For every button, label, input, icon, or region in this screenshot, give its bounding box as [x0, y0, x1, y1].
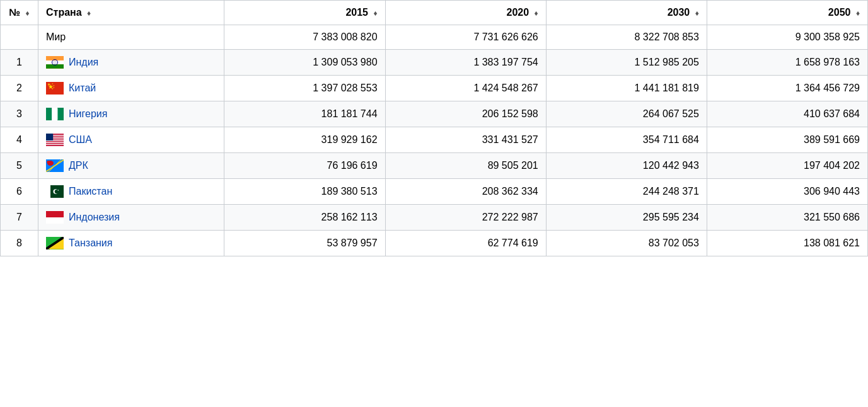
- row-y2015-3: 319 929 162: [224, 127, 385, 153]
- row-y2030-3: 354 711 684: [546, 127, 707, 153]
- row-y2020-0: 1 383 197 754: [385, 50, 546, 76]
- row-num-1: 2: [1, 76, 38, 101]
- sort-icon-2020: ♦: [535, 9, 538, 18]
- row-y2015-5: 189 380 513: [224, 179, 385, 205]
- row-y2030-1: 1 441 181 819: [546, 76, 707, 101]
- svg-rect-17: [46, 137, 64, 138]
- row-y2015-4: 76 196 619: [224, 153, 385, 179]
- svg-line-24: [46, 160, 64, 172]
- header-row: № ♦ Страна ♦ 2015 ♦ 2020 ♦ 2030 ♦: [1, 1, 868, 25]
- world-row: Мир 7 383 008 820 7 731 626 626 8 322 70…: [1, 25, 868, 50]
- header-2050[interactable]: 2050 ♦: [707, 1, 867, 25]
- country-link-0[interactable]: Индия: [69, 57, 98, 68]
- row-y2030-4: 120 442 943: [546, 153, 707, 179]
- row-y2020-1: 1 424 548 267: [385, 76, 546, 101]
- row-num-6: 7: [1, 205, 38, 231]
- sort-icon-num: ♦: [26, 9, 30, 18]
- flag-pakistan: ★: [46, 185, 64, 198]
- svg-text:★: ★: [47, 161, 50, 164]
- row-num-2: 3: [1, 101, 38, 127]
- svg-rect-1: [46, 60, 64, 64]
- row-y2050-4: 197 404 202: [707, 153, 867, 179]
- row-country-3: США: [38, 127, 224, 153]
- row-y2050-0: 1 658 978 163: [707, 50, 867, 76]
- row-y2050-3: 389 591 669: [707, 127, 867, 153]
- row-country-7: Танзания: [38, 231, 224, 256]
- sort-icon-2030: ♦: [695, 9, 699, 18]
- country-link-3[interactable]: США: [69, 134, 92, 146]
- row-y2030-6: 295 595 234: [546, 205, 707, 231]
- svg-rect-22: [46, 134, 53, 140]
- flag-india: [46, 56, 64, 69]
- header-2015[interactable]: 2015 ♦: [224, 1, 385, 25]
- table-row: 2★★★★★Китай1 397 028 5531 424 548 2671 4…: [1, 76, 868, 101]
- svg-rect-20: [46, 143, 64, 144]
- population-table-container: № ♦ Страна ♦ 2015 ♦ 2020 ♦ 2030 ♦: [0, 0, 868, 256]
- country-link-4[interactable]: ДРК: [69, 160, 88, 171]
- row-country-4: ★ДРК: [38, 153, 224, 179]
- world-num: [1, 25, 38, 50]
- sort-icon-country: ♦: [87, 9, 91, 18]
- svg-rect-32: [46, 212, 64, 217]
- svg-rect-23: [46, 160, 64, 172]
- row-num-4: 5: [1, 153, 38, 179]
- svg-rect-15: [46, 134, 64, 135]
- svg-rect-18: [46, 139, 64, 140]
- row-num-3: 4: [1, 127, 38, 153]
- svg-rect-13: [58, 108, 64, 120]
- svg-point-4: [55, 62, 55, 63]
- svg-rect-21: [46, 145, 64, 146]
- flag-nigeria: [46, 108, 64, 120]
- world-2050: 9 300 358 925: [707, 25, 867, 50]
- world-2020: 7 731 626 626: [385, 25, 546, 50]
- row-y2030-7: 83 702 053: [546, 231, 707, 256]
- flag-drc: ★: [46, 159, 64, 172]
- svg-rect-5: [46, 83, 64, 95]
- svg-rect-19: [46, 141, 64, 142]
- row-y2030-5: 244 248 371: [546, 179, 707, 205]
- svg-text:★: ★: [52, 83, 54, 85]
- country-link-7[interactable]: Танзания: [69, 238, 112, 249]
- sort-icon-2015: ♦: [373, 9, 377, 18]
- row-y2050-7: 138 081 621: [707, 231, 867, 256]
- row-country-1: ★★★★★Китай: [38, 76, 224, 101]
- row-num-0: 1: [1, 50, 38, 76]
- population-table: № ♦ Страна ♦ 2015 ♦ 2020 ♦ 2030 ♦: [0, 0, 868, 256]
- row-y2020-5: 208 362 334: [385, 179, 546, 205]
- table-row: 4США319 929 162331 431 527354 711 684389…: [1, 127, 868, 153]
- row-y2020-3: 331 431 527: [385, 127, 546, 153]
- country-link-2[interactable]: Нигерия: [69, 108, 107, 120]
- header-2030[interactable]: 2030 ♦: [546, 1, 707, 25]
- svg-text:★: ★: [47, 83, 50, 86]
- row-country-5: ★Пакистан: [38, 179, 224, 205]
- row-y2015-6: 258 162 113: [224, 205, 385, 231]
- svg-rect-27: [46, 186, 50, 198]
- row-y2015-7: 53 879 957: [224, 231, 385, 256]
- row-y2030-0: 1 512 985 205: [546, 50, 707, 76]
- world-country: Мир: [38, 25, 224, 50]
- header-num[interactable]: № ♦: [1, 1, 38, 25]
- header-country[interactable]: Страна ♦: [38, 1, 224, 25]
- svg-point-3: [54, 61, 56, 64]
- country-link-5[interactable]: Пакистан: [69, 186, 112, 197]
- table-row: 3Нигерия181 181 744206 152 598264 067 52…: [1, 101, 868, 127]
- svg-text:★: ★: [53, 86, 55, 89]
- svg-rect-16: [46, 136, 64, 137]
- header-2020[interactable]: 2020 ♦: [385, 1, 546, 25]
- flag-usa: [46, 134, 64, 146]
- flag-china: ★★★★★: [46, 82, 64, 95]
- svg-point-25: [47, 161, 50, 164]
- country-link-1[interactable]: Китай: [69, 83, 96, 94]
- country-link-6[interactable]: Индонезия: [69, 212, 120, 223]
- flag-indonesia: [46, 211, 64, 224]
- row-y2020-2: 206 152 598: [385, 101, 546, 127]
- row-y2015-0: 1 309 053 980: [224, 50, 385, 76]
- row-y2050-2: 410 637 684: [707, 101, 867, 127]
- row-y2050-1: 1 364 456 729: [707, 76, 867, 101]
- table-row: 1Индия1 309 053 9801 383 197 7541 512 98…: [1, 50, 868, 76]
- world-2030: 8 322 708 853: [546, 25, 707, 50]
- table-row: 7Индонезия258 162 113272 222 987295 595 …: [1, 205, 868, 231]
- row-country-0: Индия: [38, 50, 224, 76]
- row-num-7: 8: [1, 231, 38, 256]
- svg-rect-2: [46, 64, 64, 68]
